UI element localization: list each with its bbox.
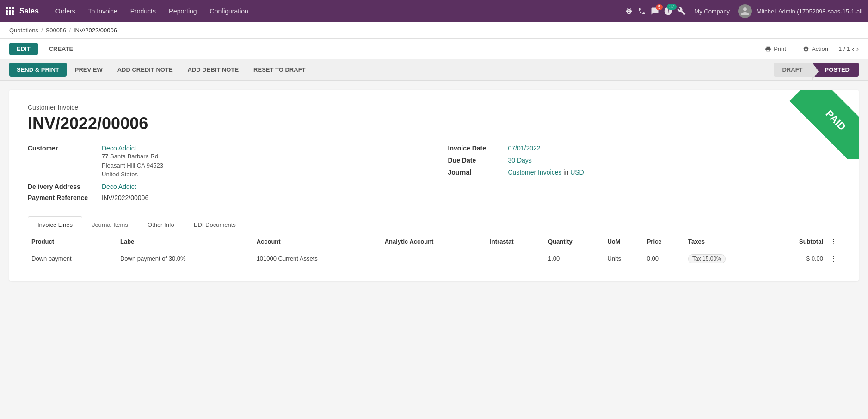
breadcrumb-current: INV/2022/00006 (74, 27, 117, 34)
col-quantity: Quantity (544, 233, 603, 250)
print-label: Print (774, 45, 786, 52)
chat-badge: 5 (656, 4, 663, 10)
activity-badge: 37 (667, 4, 677, 10)
prev-page-button[interactable]: ‹ (852, 45, 854, 53)
col-options-header: ⋮ (827, 233, 840, 250)
row-analytic-account (381, 250, 486, 267)
nav-reporting[interactable]: Reporting (163, 5, 203, 18)
add-debit-note-button[interactable]: ADD DEBIT NOTE (181, 63, 246, 77)
journal-currency-link[interactable]: USD (570, 169, 584, 176)
delivery-address-row: Delivery Address Deco Addict (28, 183, 420, 190)
journal-name-link[interactable]: Customer Invoices (508, 169, 562, 176)
row-price: 0.00 (643, 250, 684, 267)
breadcrumb-quotations[interactable]: Quotations (9, 27, 38, 34)
svg-rect-8 (12, 13, 14, 15)
edit-button[interactable]: EDIT (9, 43, 38, 55)
invoice-fields: Customer Deco Addict 77 Santa Barbara Rd… (28, 144, 840, 205)
delivery-address-value: Deco Addict (102, 183, 136, 190)
nav-configuration[interactable]: Configuration (204, 5, 254, 18)
bug-icon[interactable] (625, 7, 633, 15)
customer-name-link[interactable]: Deco Addict (102, 144, 136, 152)
app-grid-icon[interactable] (6, 7, 14, 15)
payment-ref-label: Payment Reference (28, 194, 102, 201)
invoice-right-fields: Invoice Date 07/01/2022 Due Date 30 Days… (448, 144, 841, 205)
invoice-left-fields: Customer Deco Addict 77 Santa Barbara Rd… (28, 144, 420, 205)
customer-address-line2: Pleasant Hill CA 94523 (102, 161, 163, 170)
due-date-value[interactable]: 30 Days (508, 156, 532, 164)
preview-button[interactable]: PREVIEW (68, 63, 109, 77)
print-button[interactable]: Print (758, 43, 793, 55)
svg-rect-1 (9, 7, 11, 9)
journal-in-text: in (563, 169, 570, 176)
col-analytic-account: Analytic Account (381, 233, 486, 250)
invoice-card: PAID Customer Invoice INV/2022/00006 Cus… (9, 90, 859, 281)
row-options-menu[interactable]: ⋮ (827, 250, 840, 267)
top-navigation: Sales Orders To Invoice Products Reporti… (0, 0, 868, 22)
row-quantity: 1.00 (544, 250, 603, 267)
tab-other-info[interactable]: Other Info (138, 216, 184, 233)
phone-icon[interactable] (638, 7, 646, 15)
invoice-date-row: Invoice Date 07/01/2022 (448, 144, 841, 152)
svg-rect-2 (12, 7, 14, 9)
print-icon (765, 46, 771, 52)
svg-rect-3 (6, 10, 8, 13)
invoice-tabs: Invoice Lines Journal Items Other Info E… (28, 216, 840, 233)
col-subtotal: Subtotal (768, 233, 827, 250)
table-row: Down payment Down payment of 30.0% 10100… (28, 250, 840, 267)
row-uom: Units (603, 250, 643, 267)
nav-products[interactable]: Products (125, 5, 161, 18)
tab-invoice-lines[interactable]: Invoice Lines (28, 216, 82, 233)
col-taxes: Taxes (684, 233, 768, 250)
col-account: Account (253, 233, 381, 250)
invoice-date-label: Invoice Date (448, 144, 508, 152)
status-draft[interactable]: DRAFT (774, 63, 812, 77)
invoice-lines-table: Product Label Account Analytic Account I… (28, 233, 840, 267)
reset-to-draft-button[interactable]: RESET TO DRAFT (247, 63, 312, 77)
col-intrastat: Intrastat (486, 233, 544, 250)
breadcrumb-sep-1: / (41, 27, 43, 34)
breadcrumb-s00056[interactable]: S00056 (46, 27, 67, 34)
customer-address-line3: United States (102, 170, 163, 179)
col-price: Price (643, 233, 684, 250)
row-intrastat (486, 250, 544, 267)
tax-badge: Tax 15.00% (688, 254, 726, 263)
tools-icon[interactable] (677, 7, 686, 15)
due-date-label: Due Date (448, 156, 508, 164)
row-taxes: Tax 15.00% (684, 250, 768, 267)
nav-orders[interactable]: Orders (50, 5, 81, 18)
payment-ref-value: INV/2022/00006 (102, 194, 148, 201)
customer-value: Deco Addict 77 Santa Barbara Rd Pleasant… (102, 144, 163, 179)
chat-icon[interactable]: 5 (651, 7, 659, 15)
delivery-address-link[interactable]: Deco Addict (102, 183, 136, 190)
due-date-row: Due Date 30 Days (448, 156, 841, 164)
invoice-date-value: 07/01/2022 (508, 144, 541, 152)
action-label: Action (812, 45, 828, 52)
tab-journal-items[interactable]: Journal Items (82, 216, 138, 233)
user-avatar[interactable] (738, 4, 752, 18)
status-posted[interactable]: POSTED (812, 63, 859, 77)
tab-edi-documents[interactable]: EDI Documents (184, 216, 246, 233)
status-bar: SEND & PRINT PREVIEW ADD CREDIT NOTE ADD… (0, 59, 868, 81)
add-credit-note-button[interactable]: ADD CREDIT NOTE (111, 63, 179, 77)
customer-field-row: Customer Deco Addict 77 Santa Barbara Rd… (28, 144, 420, 179)
svg-rect-5 (12, 10, 14, 13)
breadcrumb: Quotations / S00056 / INV/2022/00006 (0, 22, 868, 39)
user-name: Mitchell Admin (17052098-saas-15-1-all (757, 8, 862, 15)
next-page-button[interactable]: › (856, 45, 859, 53)
breadcrumb-sep-2: / (69, 27, 71, 34)
action-button[interactable]: Action (796, 43, 835, 55)
status-pipeline: DRAFT POSTED (774, 63, 859, 77)
activity-icon[interactable]: 37 (664, 6, 673, 16)
pagination: 1 / 1 ‹ › (838, 45, 859, 53)
app-name: Sales (19, 7, 39, 15)
svg-rect-6 (6, 13, 8, 15)
journal-row: Journal Customer Invoices in USD (448, 169, 841, 176)
create-button[interactable]: CREATE (42, 43, 80, 55)
send-print-button[interactable]: SEND & PRINT (9, 63, 67, 77)
invoice-number: INV/2022/00006 (28, 114, 840, 133)
payment-ref-row: Payment Reference INV/2022/00006 (28, 194, 420, 201)
customer-address-line1: 77 Santa Barbara Rd (102, 152, 163, 161)
nav-to-invoice[interactable]: To Invoice (83, 5, 123, 18)
main-content: PAID Customer Invoice INV/2022/00006 Cus… (0, 81, 868, 290)
customer-address: 77 Santa Barbara Rd Pleasant Hill CA 945… (102, 152, 163, 179)
